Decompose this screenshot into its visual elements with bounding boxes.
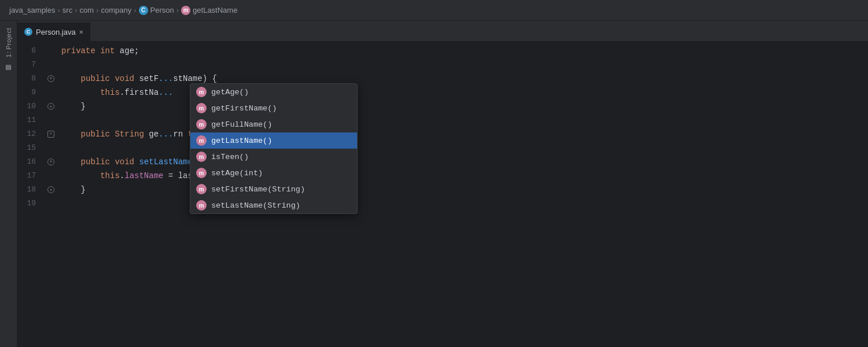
- line-content-7: [57, 58, 868, 72]
- code-area: 6 private int age; 7 8 ▾ public void set…: [17, 42, 868, 347]
- fold-icon-12[interactable]: +: [47, 131, 54, 138]
- autocomplete-item-setlastname[interactable]: m setLastName(String): [190, 197, 357, 213]
- fold-icon-16[interactable]: ▾: [47, 158, 54, 165]
- code-line-7: 7: [17, 58, 868, 72]
- line-content-12: public String ge...rn this.firstName; }: [57, 127, 868, 141]
- class-icon: C: [139, 6, 148, 15]
- line-content-6: private int age;: [57, 44, 868, 58]
- folder-icon[interactable]: ▤: [6, 62, 10, 72]
- autocomplete-label-isteen: isTeen(): [211, 153, 249, 161]
- method-icon-setfirstname: m: [196, 184, 207, 194]
- breadcrumb-src[interactable]: src: [62, 6, 72, 14]
- breadcrumb-getlastname-label: getLastName: [193, 6, 237, 14]
- gutter-12: +: [45, 127, 57, 141]
- line-content-11: [57, 113, 868, 127]
- autocomplete-label-getfullname: getFullName(): [211, 120, 272, 129]
- main-layout: 1: Project ▤ C Person.java ✕ 6 private i…: [0, 21, 868, 347]
- code-line-9: 9 this.firstNa...: [17, 86, 868, 99]
- gutter-9: [45, 86, 57, 99]
- autocomplete-label-setfirstname: setFirstName(String): [211, 185, 305, 194]
- editor-area: C Person.java ✕ 6 private int age; 7: [17, 21, 868, 347]
- breadcrumb-com[interactable]: com: [80, 6, 94, 14]
- line-num-18: 18: [17, 183, 45, 197]
- code-line-16: 16 ▾ public void setLastName(String last…: [17, 155, 868, 169]
- autocomplete-item-isteen[interactable]: m isTeen(): [190, 149, 357, 165]
- gutter-11: [45, 113, 57, 127]
- code-line-8: 8 ▾ public void setF...stName) {: [17, 72, 868, 86]
- line-num-11: 11: [17, 113, 45, 127]
- code-line-10: 10 ▴ }: [17, 99, 868, 113]
- breadcrumb-getlastname[interactable]: m getLastName: [181, 6, 237, 15]
- method-icon-setlastname: m: [196, 200, 207, 211]
- method-icon-setage: m: [196, 168, 207, 178]
- breadcrumb-person[interactable]: C Person: [139, 6, 174, 15]
- code-line-18: 18 ▴ }: [17, 183, 868, 197]
- tab-class-icon: C: [24, 28, 32, 36]
- breadcrumb-sep-4: ›: [134, 6, 136, 14]
- line-content-15: [57, 141, 868, 155]
- breadcrumb-company[interactable]: company: [101, 6, 131, 14]
- autocomplete-label-getlastname: getLastName(): [211, 136, 272, 145]
- method-icon-getfullname: m: [196, 119, 207, 130]
- autocomplete-label-setlastname: setLastName(String): [211, 201, 300, 210]
- line-num-17: 17: [17, 169, 45, 183]
- gutter-17: [45, 169, 57, 183]
- breadcrumb-java-samples[interactable]: java_samples: [9, 6, 56, 14]
- code-line-15: 15: [17, 141, 868, 155]
- method-icon-getlastname: m: [196, 135, 207, 146]
- line-num-16: 16: [17, 155, 45, 169]
- gutter-19: [45, 197, 57, 211]
- autocomplete-item-getlastname[interactable]: m getLastName(): [190, 132, 357, 149]
- line-num-6: 6: [17, 44, 45, 58]
- breadcrumb-person-label: Person: [150, 6, 174, 14]
- method-icon: m: [181, 6, 190, 15]
- breadcrumb-sep-3: ›: [96, 6, 98, 14]
- breadcrumb-sep-5: ›: [176, 6, 179, 14]
- autocomplete-label-setage: setAge(int): [211, 169, 263, 178]
- autocomplete-item-getage[interactable]: m getAge(): [190, 84, 357, 100]
- autocomplete-item-setfirstname[interactable]: m setFirstName(String): [190, 181, 357, 197]
- autocomplete-item-getfirstname[interactable]: m getFirstName(): [190, 100, 357, 116]
- line-num-9: 9: [17, 86, 45, 99]
- autocomplete-dropdown: m getAge() m getFirstName() m getFullNam…: [190, 83, 358, 214]
- gutter-7: [45, 58, 57, 72]
- gutter-18: ▴: [45, 183, 57, 197]
- tab-close-button[interactable]: ✕: [79, 28, 83, 36]
- autocomplete-item-getfullname[interactable]: m getFullName(): [190, 116, 357, 132]
- autocomplete-item-setage[interactable]: m setAge(int): [190, 165, 357, 181]
- autocomplete-label-getfirstname: getFirstName(): [211, 104, 277, 113]
- code-line-19: 19: [17, 197, 868, 211]
- gutter-6: [45, 44, 57, 58]
- code-line-11: 11: [17, 113, 868, 127]
- line-num-10: 10: [17, 99, 45, 113]
- gutter-10: ▴: [45, 99, 57, 113]
- line-content-18: }: [57, 183, 868, 197]
- gutter-8: ▾: [45, 72, 57, 86]
- method-icon-getfirstname: m: [196, 103, 207, 113]
- breadcrumb-sep-1: ›: [58, 6, 60, 14]
- line-content-16: public void setLastName(String lastName)…: [57, 155, 868, 169]
- line-content-8: public void setF...stName) {: [57, 72, 868, 86]
- line-content-10: }: [57, 99, 868, 113]
- line-content-9: this.firstNa...: [57, 86, 868, 99]
- fold-icon-18[interactable]: ▴: [47, 186, 54, 193]
- code-line-6: 6 private int age;: [17, 44, 868, 58]
- fold-icon-8[interactable]: ▾: [47, 75, 54, 82]
- fold-icon-10[interactable]: ▴: [47, 103, 54, 110]
- left-sidebar: 1: Project ▤: [0, 21, 17, 347]
- code-line-17: 17 this.lastName = lastName;: [17, 169, 868, 183]
- gutter-15: [45, 141, 57, 155]
- gutter-16: ▾: [45, 155, 57, 169]
- line-content-19: [57, 197, 868, 211]
- line-content-17: this.lastName = lastName;: [57, 169, 868, 183]
- line-num-15: 15: [17, 141, 45, 155]
- tab-filename: Person.java: [36, 28, 76, 36]
- line-num-12: 12: [17, 127, 45, 141]
- line-num-7: 7: [17, 58, 45, 72]
- method-icon-isteen: m: [196, 152, 207, 162]
- tab-person-java[interactable]: C Person.java ✕: [17, 23, 91, 41]
- method-icon-getage: m: [196, 87, 207, 97]
- autocomplete-label-getage: getAge(): [211, 88, 249, 97]
- code-lines: 6 private int age; 7 8 ▾ public void set…: [17, 42, 868, 213]
- sidebar-label[interactable]: 1: Project: [5, 28, 12, 57]
